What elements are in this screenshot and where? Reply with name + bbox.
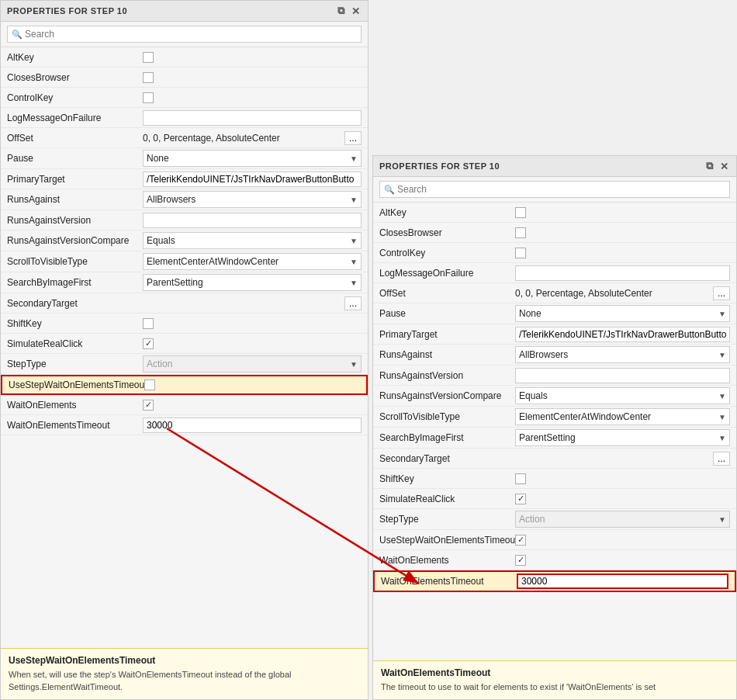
dropdown-value: Equals xyxy=(519,390,548,401)
dropdown-readonly-value: Action xyxy=(519,514,545,525)
checkbox-ctrl[interactable] xyxy=(515,494,526,504)
text-input[interactable] xyxy=(143,418,362,433)
prop-value xyxy=(515,207,730,218)
ellipsis-button[interactable]: ... xyxy=(344,296,362,310)
prop-label: ScrollToVisibleType xyxy=(7,256,143,267)
panel2-header-icons: ⧉ ✕ xyxy=(704,159,730,173)
prop-value: ParentSetting▼ xyxy=(143,274,362,291)
text-input[interactable] xyxy=(515,368,730,383)
text-input[interactable] xyxy=(143,213,362,228)
checkbox-ctrl[interactable] xyxy=(515,473,526,484)
prop-value: None▼ xyxy=(515,305,730,322)
dropdown-arrow-icon: ▼ xyxy=(718,310,726,318)
dropdown-ctrl[interactable]: None▼ xyxy=(143,150,362,167)
prop-value xyxy=(143,110,362,126)
text-input-ellipsis[interactable] xyxy=(515,327,730,342)
dropdown-ctrl[interactable]: ParentSetting▼ xyxy=(515,429,730,446)
prop-row: RunsAgainstAllBrowsers▼ xyxy=(1,189,368,210)
prop-label: SecondaryTarget xyxy=(7,298,143,309)
checkbox-ctrl[interactable] xyxy=(515,207,526,218)
dropdown-ctrl[interactable]: ElementCenterAtWindowCenter▼ xyxy=(515,408,730,425)
panel2-properties-list: AltKeyClosesBrowserControlKeyLogMessageO… xyxy=(373,203,736,660)
checkbox-ctrl[interactable] xyxy=(143,92,154,103)
prop-label: OffSet xyxy=(7,133,143,144)
dropdown-value: None xyxy=(519,308,542,319)
dropdown-arrow-icon: ▼ xyxy=(718,392,726,400)
dropdown-ctrl[interactable]: ElementCenterAtWindowCenter▼ xyxy=(143,253,362,270)
panel2-search-icon: 🔍 xyxy=(384,185,395,195)
checkbox-ctrl[interactable] xyxy=(515,227,526,238)
prop-label: SecondaryTarget xyxy=(379,453,515,464)
dropdown-ctrl[interactable]: None▼ xyxy=(515,305,730,322)
dropdown-ctrl[interactable]: ParentSetting▼ xyxy=(143,274,362,291)
dropdown-arrow-icon: ▼ xyxy=(350,360,358,369)
prop-label: AltKey xyxy=(379,207,515,218)
prop-value: ElementCenterAtWindowCenter▼ xyxy=(143,253,362,270)
prop-value xyxy=(515,494,730,504)
prop-row: RunsAgainstVersion xyxy=(1,210,368,230)
panel2-expand-icon[interactable]: ⧉ xyxy=(704,159,715,173)
text-input[interactable] xyxy=(517,574,728,589)
text-input[interactable] xyxy=(515,265,730,281)
checkbox-ctrl[interactable] xyxy=(143,400,154,411)
prop-value: ParentSetting▼ xyxy=(515,429,730,446)
panel1-info: UseStepWaitOnElementsTimeout When set, w… xyxy=(1,648,368,699)
dropdown-ctrl[interactable]: Equals▼ xyxy=(515,387,730,404)
prop-label: Pause xyxy=(379,308,515,319)
prop-label: UseStepWaitOnElementsTimeout xyxy=(9,379,144,390)
prop-value: ... xyxy=(515,452,730,466)
dropdown-ctrl[interactable]: Equals▼ xyxy=(143,232,362,249)
prop-label: WaitOnElementsTimeout xyxy=(381,576,517,587)
text-input[interactable] xyxy=(143,110,362,126)
prop-row: StepTypeAction▼ xyxy=(1,354,368,375)
dropdown-ctrl[interactable]: AllBrowsers▼ xyxy=(143,191,362,208)
dropdown-arrow-icon: ▼ xyxy=(718,413,726,421)
checkbox-ctrl[interactable] xyxy=(144,379,155,390)
prop-label: ClosesBrowser xyxy=(379,227,515,238)
checkbox-ctrl[interactable] xyxy=(143,72,154,83)
dropdown-arrow-icon: ▼ xyxy=(350,154,358,163)
prop-value xyxy=(515,265,730,281)
prop-value xyxy=(144,379,360,390)
text-input-ellipsis[interactable] xyxy=(143,172,362,187)
prop-value xyxy=(143,400,362,411)
prop-label: StepType xyxy=(379,514,515,525)
prop-label: RunsAgainstVersionCompare xyxy=(7,235,143,246)
checkbox-ctrl[interactable] xyxy=(515,555,526,566)
ellipsis-button[interactable]: ... xyxy=(713,286,730,300)
offset-text: 0, 0, Percentage, AbsoluteCenter xyxy=(143,133,341,144)
panel1-close-icon[interactable]: ✕ xyxy=(350,5,362,18)
prop-label: PrimaryTarget xyxy=(379,329,515,340)
checkbox-ctrl[interactable] xyxy=(515,535,526,546)
checkbox-ctrl[interactable] xyxy=(515,248,526,258)
prop-value xyxy=(515,555,730,566)
prop-row: LogMessageOnFailure xyxy=(1,108,368,128)
panel2-title: PROPERTIES FOR STEP 10 xyxy=(379,161,500,171)
ellipsis-button[interactable]: ... xyxy=(713,452,730,466)
panel1: PROPERTIES FOR STEP 10 ⧉ ✕ 🔍 AltKeyClose… xyxy=(0,0,368,700)
panel1-search-bar: 🔍 xyxy=(1,22,368,47)
dropdown-arrow-icon: ▼ xyxy=(718,515,726,524)
prop-row: RunsAgainstVersionCompareEquals▼ xyxy=(1,230,368,251)
panel1-info-title: UseStepWaitOnElementsTimeout xyxy=(9,655,360,666)
panel1-expand-icon[interactable]: ⧉ xyxy=(336,4,347,18)
prop-row: ShiftKey xyxy=(373,469,736,489)
prop-label: AltKey xyxy=(7,52,143,63)
ellipsis-button[interactable]: ... xyxy=(344,131,362,145)
prop-label: ShiftKey xyxy=(379,473,515,484)
dropdown-ctrl[interactable]: AllBrowsers▼ xyxy=(515,346,730,363)
panel1-header: PROPERTIES FOR STEP 10 ⧉ ✕ xyxy=(1,1,368,22)
panel2-close-icon[interactable]: ✕ xyxy=(718,160,731,173)
prop-row: ControlKey xyxy=(1,88,368,108)
panel2-search-input[interactable] xyxy=(379,181,730,198)
prop-value: Equals▼ xyxy=(515,387,730,404)
checkbox-ctrl[interactable] xyxy=(143,52,154,63)
prop-value xyxy=(143,52,362,63)
panel1-search-input[interactable] xyxy=(7,26,362,43)
prop-value xyxy=(143,92,362,103)
checkbox-ctrl[interactable] xyxy=(143,338,154,349)
prop-value: AllBrowsers▼ xyxy=(515,346,730,363)
panel2-info: WaitOnElementsTimeout The timeout to use… xyxy=(373,660,736,699)
checkbox-ctrl[interactable] xyxy=(143,318,154,329)
prop-row: LogMessageOnFailure xyxy=(373,263,736,283)
